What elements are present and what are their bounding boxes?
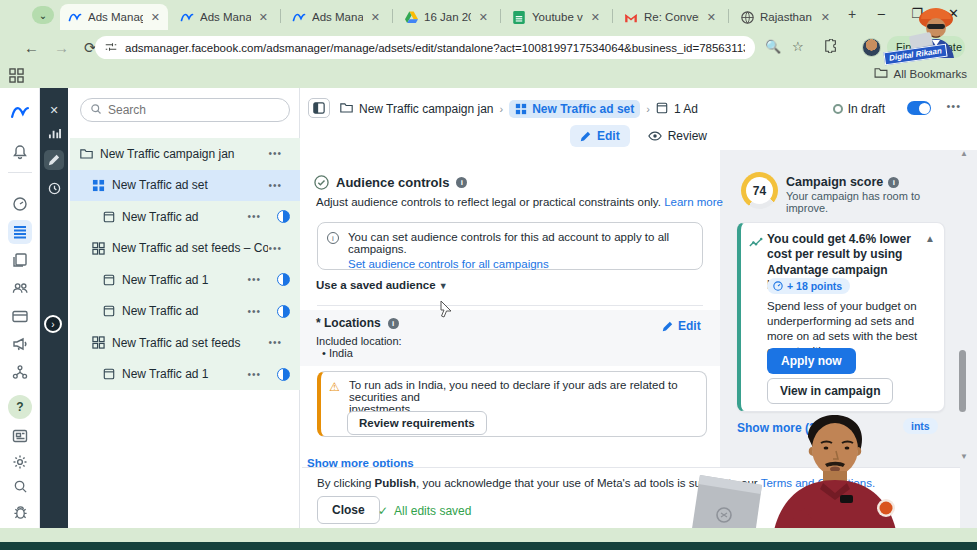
tab-label: 16 Jan 2026 -: [424, 11, 471, 23]
tab-gmail[interactable]: Re: Conversati ✕: [616, 4, 724, 30]
info-icon[interactable]: i: [888, 177, 899, 188]
adset-on-toggle[interactable]: [907, 101, 931, 115]
close-panel-icon[interactable]: ✕: [44, 100, 64, 120]
breadcrumb-ad[interactable]: 1 Ad: [674, 102, 698, 116]
tab-ads-manager-2[interactable]: Ads Manager ✕: [172, 4, 276, 30]
ads-megaphone-icon[interactable]: [8, 332, 32, 356]
row-menu-icon[interactable]: •••: [268, 180, 282, 191]
meta-logo-icon[interactable]: [8, 100, 32, 124]
tab-close-icon[interactable]: ✕: [821, 11, 830, 24]
billing-icon[interactable]: [8, 304, 32, 328]
tab-close-icon[interactable]: ✕: [151, 11, 160, 24]
tab-sheets[interactable]: Youtube video ✕: [504, 4, 608, 30]
campaign-score-title: Campaign score i: [786, 175, 899, 189]
info-icon[interactable]: i: [388, 318, 399, 329]
minimize-icon[interactable]: –: [878, 6, 885, 21]
settings-gear-icon[interactable]: [8, 450, 32, 474]
ad-status-toggle[interactable]: [277, 273, 290, 286]
collapse-panel-icon[interactable]: [308, 98, 330, 118]
tab-ads-manager-1[interactable]: Ads Manager ✕: [60, 4, 168, 30]
view-in-campaign-button[interactable]: View in campaign: [767, 378, 893, 404]
history-clock-icon[interactable]: [44, 178, 64, 198]
status-badge: In draft: [833, 102, 885, 116]
zoom-out-icon[interactable]: 🔍: [765, 39, 781, 54]
header-menu-icon[interactable]: •••: [946, 100, 961, 112]
row-menu-icon[interactable]: •••: [268, 148, 282, 159]
google-drive-icon: [404, 10, 418, 24]
row-menu-icon[interactable]: •••: [247, 306, 261, 317]
tab-close-icon[interactable]: ✕: [479, 11, 488, 24]
search-rail-icon[interactable]: [8, 474, 32, 498]
row-menu-icon[interactable]: •••: [247, 211, 261, 222]
learn-more-link[interactable]: Learn more: [664, 196, 723, 208]
mode-tabs: Edit Review: [300, 122, 977, 150]
news-icon[interactable]: [8, 424, 32, 448]
tab-close-icon[interactable]: ✕: [259, 11, 268, 24]
locations-edit-button[interactable]: Edit: [662, 319, 701, 333]
chevron-up-icon[interactable]: ▲: [925, 233, 935, 244]
tab-edit[interactable]: Edit: [570, 125, 630, 147]
search-input[interactable]: [108, 103, 258, 117]
ad-page-icon: [103, 211, 115, 223]
bug-report-icon[interactable]: [8, 500, 32, 524]
charts-icon[interactable]: [44, 124, 64, 144]
tab-search-chevron-icon[interactable]: ⌄: [32, 6, 54, 24]
check-circle-icon: [314, 175, 329, 190]
bookmark-star-icon[interactable]: ☆: [792, 39, 804, 54]
tree-row-adset[interactable]: New Traffic ad set feeds •••: [70, 327, 300, 359]
review-requirements-button[interactable]: Review requirements: [347, 411, 487, 435]
tree-row-adset[interactable]: New Traffic ad set feeds – Copy •••: [70, 233, 300, 265]
breadcrumb-campaign[interactable]: New Traffic campaign jan: [359, 102, 494, 116]
set-controls-link[interactable]: Set audience controls for all campaigns: [348, 258, 692, 270]
row-menu-icon[interactable]: •••: [268, 337, 282, 348]
events-manager-icon[interactable]: [8, 360, 32, 384]
audiences-icon[interactable]: [8, 276, 32, 300]
tab-close-icon[interactable]: ✕: [371, 11, 380, 24]
edit-pencil-icon[interactable]: [44, 150, 64, 170]
notifications-bell-icon[interactable]: [8, 140, 32, 164]
ad-status-toggle[interactable]: [277, 210, 290, 223]
campaigns-table-icon[interactable]: [8, 220, 32, 244]
tab-ads-manager-3[interactable]: Ads Manager ✕: [284, 4, 388, 30]
ads-reporting-icon[interactable]: [8, 248, 32, 272]
scroll-up-icon[interactable]: ▲: [960, 149, 968, 158]
tab-close-icon[interactable]: ✕: [707, 11, 716, 24]
expand-sidebar-icon[interactable]: ›: [44, 315, 62, 333]
account-overview-icon[interactable]: [8, 192, 32, 216]
back-icon[interactable]: ←: [24, 39, 39, 56]
row-menu-icon[interactable]: •••: [247, 369, 261, 380]
help-icon[interactable]: ?: [8, 395, 32, 419]
tab-close-icon[interactable]: ✕: [591, 11, 600, 24]
breadcrumb: New Traffic campaign jan › New Traffic a…: [340, 100, 698, 118]
ad-status-toggle[interactable]: [277, 368, 290, 381]
sidebar-search[interactable]: [80, 98, 290, 122]
tree-row-ad[interactable]: New Traffic ad •••: [70, 296, 300, 328]
saved-audience-dropdown[interactable]: Use a saved audience ▼: [316, 279, 448, 291]
info-icon[interactable]: i: [456, 177, 467, 188]
tree-row-ad[interactable]: New Traffic ad •••: [70, 201, 300, 233]
scrollbar-thumb[interactable]: [959, 350, 966, 412]
adset-grid-icon: [92, 179, 105, 192]
meta-icon: [68, 10, 82, 24]
forward-icon[interactable]: →: [54, 39, 69, 56]
extensions-icon[interactable]: [824, 39, 838, 56]
tree-row-campaign[interactable]: New Traffic campaign jan •••: [70, 138, 300, 170]
site-settings-icon[interactable]: [105, 39, 117, 57]
tree-row-ad[interactable]: New Traffic ad 1 •••: [70, 359, 300, 391]
profile-avatar[interactable]: [862, 38, 881, 57]
new-tab-icon[interactable]: +: [848, 6, 856, 22]
tab-rajasthan[interactable]: Rajasthan PIN ✕: [732, 4, 838, 30]
tab-drive[interactable]: 16 Jan 2026 - ✕: [396, 4, 496, 30]
address-bar[interactable]: adsmanager.facebook.com/adsmanager/manag…: [95, 36, 755, 59]
tree-row-ad[interactable]: New Traffic ad 1 •••: [70, 264, 300, 296]
row-menu-icon[interactable]: •••: [247, 274, 261, 285]
breadcrumb-adset[interactable]: New Traffic ad set: [509, 100, 640, 118]
ad-status-toggle[interactable]: [277, 305, 290, 318]
close-button[interactable]: Close: [317, 496, 380, 524]
tab-review[interactable]: Review: [648, 129, 707, 143]
tree-row-adset-selected[interactable]: New Traffic ad set •••: [70, 170, 300, 202]
tab-divider: [392, 9, 393, 23]
row-menu-icon[interactable]: •••: [268, 243, 282, 254]
apply-now-button[interactable]: Apply now: [767, 348, 856, 374]
apps-grid-icon[interactable]: [9, 68, 24, 87]
